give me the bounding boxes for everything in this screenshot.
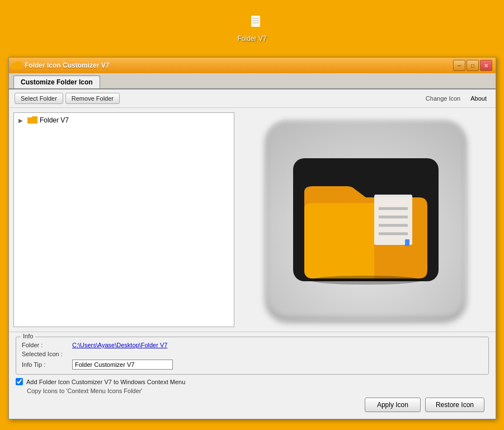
folder-info-row: Folder : C:\Users\Ayase\Desktop\Folder V… (22, 342, 483, 348)
copy-icons-text: Copy Icons to 'Context Menu Icons Folder… (27, 388, 489, 394)
svg-rect-6 (27, 118, 37, 124)
remove-folder-button[interactable]: Remove Folder (65, 93, 120, 104)
selected-icon-label: Selected Icon : (22, 351, 72, 357)
select-folder-button[interactable]: Select Folder (15, 93, 63, 104)
folder-path-value[interactable]: C:\Users\Ayase\Desktop\Folder V7 (72, 342, 167, 348)
svg-rect-5 (12, 63, 21, 69)
tab-bar: Customize Folder Icon (9, 73, 496, 89)
main-window: Folder Icon Customizer V7 ─ □ ✕ Customiz… (8, 57, 496, 419)
tree-expand-arrow[interactable]: ▶ (18, 117, 25, 124)
info-group: Info Folder : C:\Users\Ayase\Desktop\Fol… (16, 337, 489, 375)
app-icon (12, 61, 21, 70)
about-button[interactable]: About (467, 94, 490, 103)
bottom-buttons: Apply Icon Restore Icon (16, 394, 489, 414)
info-section: Info Folder : C:\Users\Ayase\Desktop\Fol… (9, 332, 496, 419)
maximize-button[interactable]: □ (467, 60, 479, 71)
svg-rect-8 (374, 195, 412, 245)
desktop-icon-label: Folder V7 (237, 35, 266, 42)
tab-customize-folder-icon[interactable]: Customize Folder Icon (13, 75, 100, 88)
tree-folder-label: Folder V7 (40, 116, 69, 124)
main-content: ▶ Folder V7 (9, 108, 496, 332)
info-tip-input[interactable] (72, 360, 173, 370)
svg-point-14 (310, 276, 422, 285)
svg-rect-1 (251, 16, 260, 27)
window-controls: ─ □ ✕ (453, 60, 492, 71)
svg-rect-13 (405, 239, 409, 246)
toolbar: Select Folder Remove Folder Change Icon … (9, 89, 496, 108)
checkbox-row: Add Folder Icon Customizer V7 to Windows… (16, 378, 489, 385)
info-group-label: Info (21, 333, 35, 339)
window-title: Folder Icon Customizer V7 (25, 62, 453, 69)
icon-display-area (265, 119, 467, 320)
close-button[interactable]: ✕ (480, 60, 492, 71)
restore-icon-button[interactable]: Restore Icon (425, 398, 484, 412)
large-folder-icon (288, 141, 444, 298)
checkbox-label: Add Folder Icon Customizer V7 to Windows… (26, 379, 185, 385)
icon-preview-panel (240, 112, 491, 327)
selected-icon-row: Selected Icon : (22, 351, 483, 357)
tree-folder-icon (27, 116, 37, 124)
info-tip-row: Info Tip : (22, 360, 483, 370)
file-tree-panel[interactable]: ▶ Folder V7 (13, 112, 234, 327)
desktop-folder-icon[interactable]: Folder V7 (237, 6, 266, 42)
change-icon-label: Change Icon (426, 95, 460, 102)
tree-item-folder-v7[interactable]: ▶ Folder V7 (16, 115, 232, 125)
context-menu-checkbox[interactable] (16, 378, 23, 385)
title-bar: Folder Icon Customizer V7 ─ □ ✕ (9, 58, 496, 73)
minimize-button[interactable]: ─ (453, 60, 465, 71)
info-tip-label: Info Tip : (22, 361, 72, 368)
folder-label: Folder : (22, 342, 72, 348)
apply-icon-button[interactable]: Apply Icon (365, 398, 421, 412)
